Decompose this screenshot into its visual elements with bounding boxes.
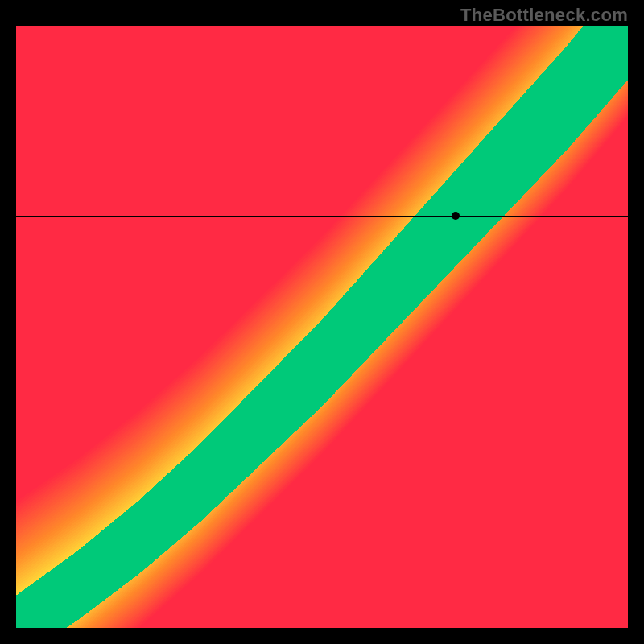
watermark-text: TheBottleneck.com (460, 5, 628, 26)
heatmap-canvas (16, 26, 628, 628)
chart-frame: TheBottleneck.com (0, 0, 644, 644)
crosshair-horizontal (16, 216, 628, 217)
plot-area (16, 26, 628, 628)
selected-point-marker (452, 212, 460, 220)
crosshair-vertical (456, 26, 456, 628)
